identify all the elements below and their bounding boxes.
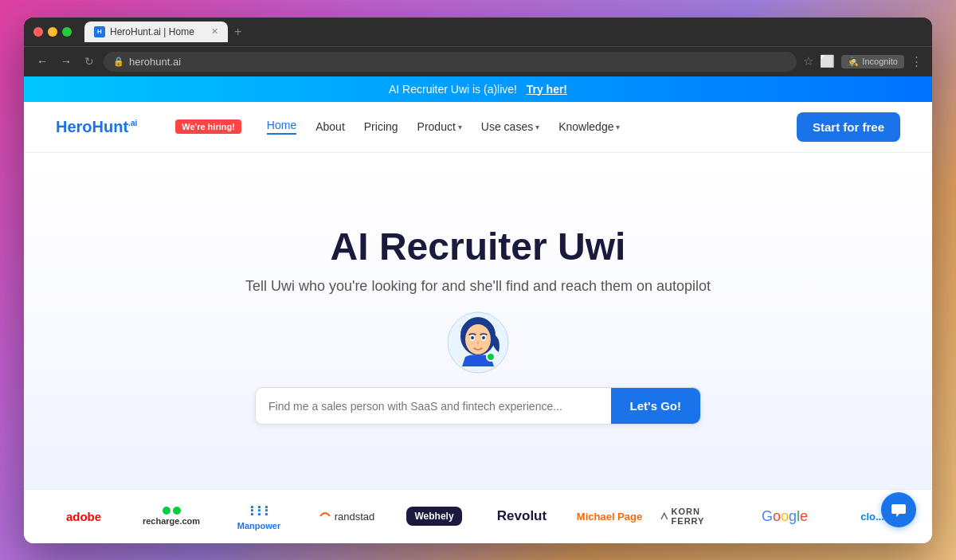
traffic-lights: [33, 27, 72, 37]
browser-right-icons: ☆ ⬜ 🕵 Incognito ⋮: [803, 54, 923, 69]
tab-title: HeroHunt.ai | Home: [110, 26, 194, 37]
logos-bar: adobe recharge.com: [24, 489, 932, 543]
minimize-window-button[interactable]: [48, 27, 57, 37]
incognito-label: Incognito: [862, 57, 898, 66]
logo-webhely: Webhely: [390, 507, 478, 526]
search-bar: Let's Go!: [255, 387, 701, 425]
address-bar: ← → ↻ 🔒 herohunt.ai ☆ ⬜ 🕵 Incognito ⋮: [24, 46, 932, 76]
back-button[interactable]: ←: [33, 52, 51, 71]
knowledge-label: Knowledge: [558, 120, 613, 133]
manpower-logo-text: Manpower: [237, 521, 280, 531]
incognito-badge: 🕵 Incognito: [841, 55, 904, 69]
start-for-free-button[interactable]: Start for free: [797, 112, 900, 142]
incognito-icon: 🕵: [848, 57, 859, 67]
browser-tab-active[interactable]: H HeroHunt.ai | Home ✕: [84, 22, 228, 42]
browser-window: H HeroHunt.ai | Home ✕ + ← → ↻ 🔒 herohun…: [24, 18, 932, 543]
recharge-logo-text: recharge.com: [143, 516, 200, 526]
announcement-banner: AI Recruiter Uwi is (a)live! Try her!: [24, 76, 932, 102]
svg-point-6: [482, 336, 485, 339]
maximize-window-button[interactable]: [62, 27, 72, 37]
reload-button[interactable]: ↻: [81, 52, 97, 71]
hiring-badge: We're hiring!: [175, 119, 241, 134]
adobe-logo-text: adobe: [66, 510, 101, 523]
hero-section: AI Recruiter Uwi Tell Uwi who you're loo…: [24, 153, 932, 489]
svg-point-5: [471, 336, 474, 339]
website-container: AI Recruiter Uwi is (a)live! Try her! He…: [24, 76, 932, 543]
kornferry-logo-text: KORN FERRY: [672, 507, 735, 526]
announcement-text: AI Recruiter Uwi is (a)live!: [389, 83, 517, 96]
nav-link-knowledge[interactable]: Knowledge ▾: [558, 120, 620, 133]
usecases-label: Use cases: [481, 120, 533, 133]
hero-title: AI Recruiter Uwi: [331, 225, 626, 268]
nav-link-usecases[interactable]: Use cases ▾: [481, 120, 539, 133]
usecases-chevron-icon: ▾: [535, 123, 539, 131]
lets-go-button[interactable]: Let's Go!: [611, 388, 700, 424]
logo-google: Google: [741, 508, 829, 525]
forward-button[interactable]: →: [57, 52, 75, 71]
chat-button[interactable]: [881, 492, 916, 527]
nav-link-about[interactable]: About: [315, 120, 345, 133]
logo: HeroHunt.ai: [56, 118, 137, 136]
google-logo-text: Google: [762, 508, 808, 525]
logo-michaelpage: Michael Page: [566, 511, 653, 523]
logo-manpower: ⫶⫶⫶ Manpower: [215, 503, 303, 531]
knowledge-chevron-icon: ▾: [616, 123, 620, 131]
nav-link-product[interactable]: Product ▾: [417, 120, 462, 133]
svg-point-7: [487, 353, 495, 361]
product-chevron-icon: ▾: [458, 123, 462, 131]
webhely-logo-text: Webhely: [406, 507, 461, 526]
extensions-icon[interactable]: ⬜: [820, 54, 835, 69]
uwi-avatar: [446, 311, 510, 374]
logo-ai-suffix: .ai: [128, 119, 137, 127]
nav-links: Home About Pricing Product ▾ Use cases ▾…: [267, 119, 771, 135]
tab-favicon: H: [94, 26, 105, 37]
logo-randstad: randstad: [303, 510, 390, 523]
url-text: herohunt.ai: [129, 56, 181, 68]
randstad-logo-text: randstad: [335, 511, 375, 523]
title-bar: H HeroHunt.ai | Home ✕ +: [24, 18, 932, 46]
logo-revolut: Revolut: [478, 508, 566, 524]
close-window-button[interactable]: [33, 27, 43, 37]
nav-link-pricing[interactable]: Pricing: [364, 120, 398, 133]
lock-icon: 🔒: [113, 57, 124, 67]
menu-icon[interactable]: ⋮: [911, 54, 923, 69]
logo-kornferry: KORN FERRY: [653, 507, 741, 526]
address-input[interactable]: 🔒 herohunt.ai: [104, 52, 797, 72]
tab-close-button[interactable]: ✕: [211, 26, 218, 37]
bookmark-icon[interactable]: ☆: [803, 54, 813, 69]
search-input[interactable]: [256, 388, 611, 424]
michaelpage-logo-text: Michael Page: [577, 511, 642, 523]
logo-recharge: recharge.com: [127, 507, 215, 526]
nav-link-home[interactable]: Home: [267, 119, 296, 135]
uwi-avatar-svg: [446, 311, 510, 374]
hero-subtitle: Tell Uwi who you're looking for and she'…: [245, 278, 711, 295]
main-nav: HeroHunt.ai We're hiring! Home About Pri…: [24, 102, 932, 153]
announcement-cta[interactable]: Try her!: [527, 83, 567, 96]
new-tab-button[interactable]: +: [231, 25, 245, 39]
logo-adobe: adobe: [40, 510, 127, 523]
product-label: Product: [417, 120, 456, 133]
revolut-logo-text: Revolut: [497, 508, 547, 524]
tabs-area: H HeroHunt.ai | Home ✕ +: [84, 22, 884, 42]
logo-text: HeroHunt: [56, 118, 128, 135]
website: AI Recruiter Uwi is (a)live! Try her! He…: [24, 76, 932, 543]
